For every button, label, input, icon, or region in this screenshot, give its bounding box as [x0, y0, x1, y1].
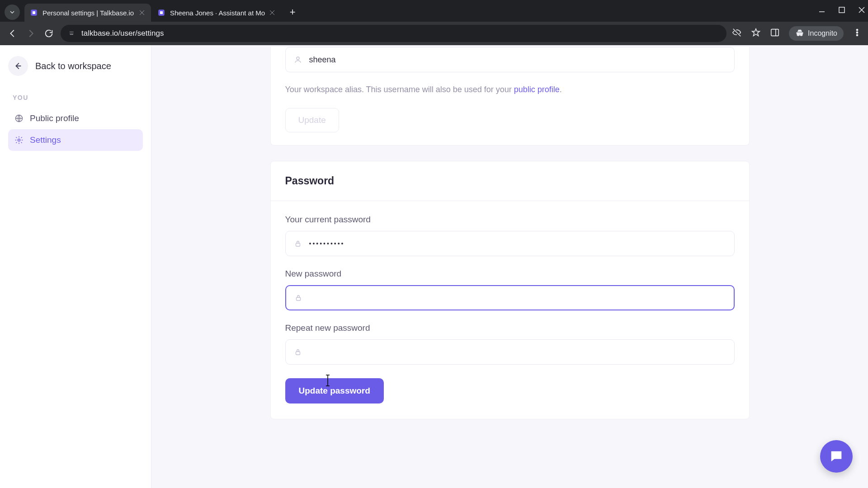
new-password-input[interactable] [285, 285, 735, 310]
tab-close-button[interactable] [269, 9, 276, 16]
chevron-down-icon [9, 9, 16, 16]
site-info-icon[interactable] [68, 29, 76, 38]
username-input[interactable] [285, 47, 735, 72]
svg-point-9 [297, 57, 299, 60]
username-card: Your workspace alias. This username will… [270, 47, 750, 145]
chat-icon [829, 449, 844, 464]
sidebar-section-label: YOU [13, 94, 143, 101]
password-heading: Password [285, 175, 735, 187]
current-password-mask: •••••••••• [309, 240, 345, 247]
sidebar-item-settings[interactable]: Settings [8, 129, 143, 151]
user-icon [294, 56, 302, 64]
repeat-password-label: Repeat new password [285, 323, 735, 333]
svg-rect-12 [296, 352, 300, 355]
repeat-password-input[interactable] [285, 339, 735, 365]
tab-title: Personal settings | Talkbase.io [42, 9, 135, 17]
username-field[interactable] [309, 55, 726, 65]
tab-close-button[interactable] [138, 9, 146, 16]
site-favicon-icon [30, 9, 38, 17]
tab-search-button[interactable] [5, 5, 20, 20]
nav-reload-button[interactable] [42, 27, 55, 40]
settings-sidebar: Back to workspace YOU Public profile Set… [0, 45, 151, 488]
svg-point-4 [856, 29, 858, 31]
lock-icon [294, 348, 302, 356]
site-favicon-icon [157, 9, 165, 17]
new-tab-button[interactable]: + [285, 5, 300, 20]
incognito-icon [795, 29, 804, 38]
arrow-left-icon [8, 56, 28, 76]
bookmark-star-button[interactable] [751, 28, 761, 39]
nav-back-button[interactable] [6, 27, 19, 40]
browser-toolbar: talkbase.io/user/settings Incognito [0, 22, 868, 45]
sidebar-item-label: Public profile [30, 113, 79, 123]
password-card: Password Your current password •••••••••… [270, 161, 750, 419]
svg-point-6 [856, 34, 858, 36]
main-content-scroll[interactable]: Your workspace alias. This username will… [151, 45, 868, 488]
lock-icon [294, 294, 302, 302]
update-password-button[interactable]: Update password [285, 378, 384, 404]
globe-icon [14, 114, 24, 123]
browser-tab-active[interactable]: Personal settings | Talkbase.io [24, 4, 151, 22]
new-password-field[interactable] [310, 293, 726, 303]
svg-point-5 [856, 32, 858, 33]
window-controls [818, 0, 865, 22]
browser-tab[interactable]: Sheena Jones · Assistant at Mo [152, 4, 281, 22]
nav-forward-button[interactable] [24, 27, 37, 40]
username-helper-text: Your workspace alias. This username will… [285, 84, 735, 95]
tab-title: Sheena Jones · Assistant at Mo [170, 9, 265, 17]
browser-tabstrip: Personal settings | Talkbase.io Sheena J… [0, 0, 868, 22]
public-profile-link[interactable]: public profile [514, 85, 560, 94]
incognito-indicator[interactable]: Incognito [789, 26, 844, 41]
repeat-password-field[interactable] [309, 347, 726, 357]
sidebar-item-public-profile[interactable]: Public profile [8, 108, 143, 129]
svg-rect-10 [296, 243, 300, 246]
svg-rect-11 [296, 297, 300, 300]
chat-widget-button[interactable] [820, 440, 853, 473]
address-bar[interactable]: talkbase.io/user/settings [61, 25, 726, 42]
back-label: Back to workspace [35, 61, 111, 71]
eye-off-icon[interactable] [732, 28, 742, 39]
back-to-workspace-link[interactable]: Back to workspace [8, 56, 143, 76]
svg-point-8 [18, 139, 20, 141]
new-password-label: New password [285, 269, 735, 279]
sidebar-item-label: Settings [30, 135, 61, 145]
url-text: talkbase.io/user/settings [81, 29, 164, 38]
gear-icon [14, 136, 24, 145]
current-password-label: Your current password [285, 215, 735, 225]
incognito-label: Incognito [808, 29, 837, 38]
window-maximize-button[interactable] [838, 6, 845, 15]
current-password-input[interactable]: •••••••••• [285, 231, 735, 256]
browser-menu-button[interactable] [853, 28, 862, 39]
window-minimize-button[interactable] [818, 6, 826, 15]
svg-rect-3 [771, 29, 779, 36]
update-username-button[interactable]: Update [285, 108, 339, 132]
svg-rect-2 [839, 7, 844, 13]
lock-icon [294, 239, 302, 248]
side-panel-button[interactable] [770, 28, 780, 39]
window-close-button[interactable] [858, 6, 865, 15]
